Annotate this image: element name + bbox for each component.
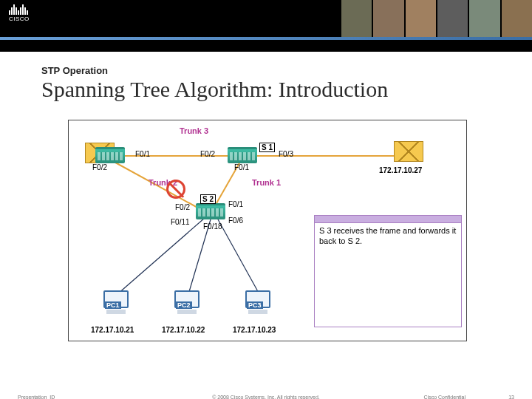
network-diagram: Trunk 3 Trunk 2 Trunk 1 S 1 F0/2 F0/1 F0… (68, 120, 467, 341)
footer-page-number: 13 (508, 395, 514, 399)
ip-server: 172.17.10.27 (379, 166, 422, 174)
svg-line-6 (218, 219, 259, 294)
footer-center: © 2008 Cisco Systems, Inc. All rights re… (212, 395, 320, 399)
pc1-tag: PC1 (105, 301, 121, 309)
ip-pc2: 172.17.10.22 (162, 326, 205, 334)
header-accent-stripe (0, 37, 532, 40)
footer-right: Cisco Confidential (424, 395, 466, 399)
logo-bars-icon (9, 4, 30, 15)
switch-s3 (95, 147, 125, 163)
header-photo-strip (340, 0, 532, 37)
port-s2-f02: F0/2 (175, 203, 190, 211)
port-s1-f02-in: F0/2 (200, 150, 215, 158)
header-bar: CISCO (0, 0, 532, 52)
pc2-icon: PC2 (172, 290, 202, 320)
ip-pc1: 172.17.10.21 (91, 326, 134, 334)
blocked-icon (166, 180, 185, 199)
switch-s1 (228, 147, 257, 163)
port-s1-f01-left: F0/1 (135, 150, 150, 158)
pc2-tag: PC2 (176, 301, 192, 309)
annotation-box: S 3 receives the frame and forwards it b… (314, 215, 462, 327)
pc3-tag: PC3 (247, 301, 263, 309)
port-s1-f01-down: F0/1 (234, 163, 249, 171)
port-s2-f018: F0/18 (203, 222, 222, 231)
ip-pc3: 172.17.10.23 (233, 326, 276, 334)
port-s2-f06: F0/6 (228, 216, 243, 225)
svg-line-5 (188, 219, 211, 294)
port-s1-f03: F0/3 (279, 150, 293, 158)
s2-label: S 2 (200, 194, 216, 204)
footer-left: Presentation_ID (18, 395, 55, 399)
page-title: Spanning Tree Algorithm: Introduction (41, 77, 388, 102)
trunk3-label: Trunk 3 (180, 126, 208, 135)
logo-text: CISCO (9, 16, 30, 22)
envelope-icon-right (394, 141, 423, 162)
cisco-logo: CISCO (9, 4, 30, 22)
annotation-header (315, 216, 461, 223)
port-s2-f01: F0/1 (228, 200, 243, 208)
pc3-icon: PC3 (243, 290, 273, 320)
pc1-icon: PC1 (101, 290, 131, 320)
section-super-title: STP Operation (41, 65, 108, 76)
annotation-text: S 3 receives the frame and forwards it b… (315, 223, 461, 250)
s1-label: S 1 (259, 143, 275, 152)
port-s3-f02: F0/2 (92, 163, 107, 171)
port-s2-f011: F0/11 (171, 218, 190, 226)
trunk1-label: Trunk 1 (252, 178, 281, 187)
switch-s2 (196, 203, 225, 219)
